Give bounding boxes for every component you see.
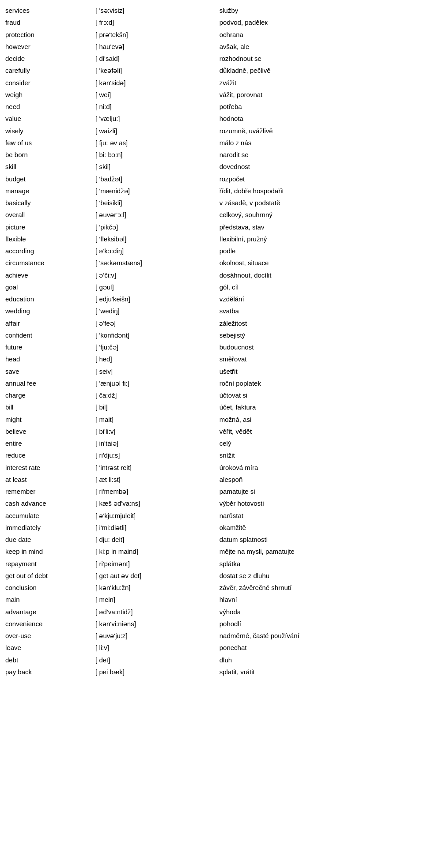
phonetic-cell: [ 'fleksibəl] bbox=[94, 233, 218, 245]
word-cell: keep in mind bbox=[4, 545, 94, 557]
translation-cell: rozumně, uvážlivě bbox=[218, 125, 420, 137]
table-row: services[ 'sə:visiz]služby bbox=[4, 4, 420, 16]
phonetic-cell: [ bi'li:v] bbox=[94, 425, 218, 437]
translation-cell: avšak, ale bbox=[218, 41, 420, 53]
table-row: wedding[ 'wediŋ]svatba bbox=[4, 305, 420, 317]
word-cell: consider bbox=[4, 77, 94, 89]
word-cell: confident bbox=[4, 329, 94, 341]
table-row: education[ edju'keišn]vzdělání bbox=[4, 293, 420, 305]
phonetic-cell: [ ə'či:v] bbox=[94, 269, 218, 281]
word-cell: bill bbox=[4, 401, 94, 413]
translation-cell: sebejistý bbox=[218, 329, 420, 341]
table-row: flexible[ 'fleksibəl]flexibilní, pružný bbox=[4, 233, 420, 245]
translation-cell: flexibilní, pružný bbox=[218, 233, 420, 245]
table-row: be born[ bi: bɔ:n]narodit se bbox=[4, 149, 420, 161]
phonetic-cell: [ di'said] bbox=[94, 53, 218, 64]
translation-cell: dovednost bbox=[218, 161, 420, 173]
phonetic-cell: [ ə'kju:mjuleit] bbox=[94, 510, 218, 522]
phonetic-cell: [ 'intrəst reit] bbox=[94, 462, 218, 473]
translation-cell: pamatujte si bbox=[218, 485, 420, 497]
word-cell: fraud bbox=[4, 16, 94, 28]
word-cell: accumulate bbox=[4, 510, 94, 522]
word-cell: skill bbox=[4, 161, 94, 173]
phonetic-cell: [ 'sə:kəmstæns] bbox=[94, 257, 218, 269]
table-row: bill[ bil]účet, faktura bbox=[4, 401, 420, 413]
word-cell: flexible bbox=[4, 233, 94, 245]
table-row: keep in mind[ ki:p in maind]mějte na mys… bbox=[4, 545, 420, 557]
table-row: main[ mein]hlavní bbox=[4, 594, 420, 605]
word-cell: entire bbox=[4, 437, 94, 449]
translation-cell: celkový, souhrnný bbox=[218, 209, 420, 221]
translation-cell: představa, stav bbox=[218, 221, 420, 233]
phonetic-cell: [ waizli] bbox=[94, 125, 218, 137]
word-cell: picture bbox=[4, 221, 94, 233]
translation-cell: služby bbox=[218, 4, 420, 16]
phonetic-cell: [ ri'peimənt] bbox=[94, 558, 218, 570]
translation-cell: výběr hotovosti bbox=[218, 497, 420, 509]
phonetic-cell: [ ri'membə] bbox=[94, 485, 218, 497]
translation-cell: mějte na mysli, pamatujte bbox=[218, 545, 420, 557]
table-row: decide[ di'said]rozhodnout se bbox=[4, 53, 420, 64]
translation-cell: rozhodnout se bbox=[218, 53, 420, 64]
phonetic-cell: [ ə'feə] bbox=[94, 317, 218, 329]
word-cell: basically bbox=[4, 197, 94, 209]
phonetic-cell: [ 'ænjuəl fi:] bbox=[94, 377, 218, 389]
translation-cell: směřovat bbox=[218, 353, 420, 365]
table-row: few of us[ fju: əv as]málo z nás bbox=[4, 137, 420, 149]
word-cell: advantage bbox=[4, 606, 94, 618]
table-row: immediately[ i'mi:diətli]okamžitě bbox=[4, 522, 420, 534]
translation-cell: potřeba bbox=[218, 101, 420, 113]
translation-cell: narodit se bbox=[218, 149, 420, 161]
phonetic-cell: [ ə'kɔ:diŋ] bbox=[94, 245, 218, 257]
table-row: overall[ əuvər'ɔ:l]celkový, souhrnný bbox=[4, 209, 420, 221]
table-row: due date[ dju: deit]datum splatnosti bbox=[4, 534, 420, 545]
table-row: repayment[ ri'peimənt]splátka bbox=[4, 558, 420, 570]
word-cell: be born bbox=[4, 149, 94, 161]
translation-cell: dosáhnout, docílit bbox=[218, 269, 420, 281]
table-row: reduce[ ri'dju:s]snížit bbox=[4, 449, 420, 461]
phonetic-cell: [ 'wediŋ] bbox=[94, 305, 218, 317]
table-row: future[ 'fju:čə]budoucnost bbox=[4, 341, 420, 353]
translation-cell: splátka bbox=[218, 558, 420, 570]
translation-cell: řídit, dobře hospodařit bbox=[218, 185, 420, 197]
table-row: value[ 'vælju:]hodnota bbox=[4, 113, 420, 124]
translation-cell: datum splatnosti bbox=[218, 534, 420, 545]
word-cell: protection bbox=[4, 29, 94, 41]
word-cell: due date bbox=[4, 534, 94, 545]
table-row: weigh[ wei]vážit, porovnat bbox=[4, 89, 420, 101]
translation-cell: roční poplatek bbox=[218, 377, 420, 389]
phonetic-cell: [ əuvə'ju:z] bbox=[94, 630, 218, 642]
table-row: protection[ prə'tekšn]ochrana bbox=[4, 29, 420, 41]
table-row: confident[ 'konfidənt]sebejistý bbox=[4, 329, 420, 341]
phonetic-cell: [ skil] bbox=[94, 161, 218, 173]
table-row: basically[ 'beisikli]v zásadě, v podstat… bbox=[4, 197, 420, 209]
table-row: budget[ 'badžət]rozpočet bbox=[4, 173, 420, 185]
phonetic-cell: [ 'mænidžə] bbox=[94, 185, 218, 197]
phonetic-cell: [ 'beisikli] bbox=[94, 197, 218, 209]
translation-cell: podvod, padělек bbox=[218, 16, 420, 28]
table-row: skill[ skil]dovednost bbox=[4, 161, 420, 173]
phonetic-cell: [ dju: deit] bbox=[94, 534, 218, 545]
translation-cell: pohodlí bbox=[218, 618, 420, 630]
word-cell: achieve bbox=[4, 269, 94, 281]
translation-cell: věřit, vědět bbox=[218, 425, 420, 437]
phonetic-cell: [ kən'sidə] bbox=[94, 77, 218, 89]
table-row: advantage[ əd'va:ntidž]výhoda bbox=[4, 606, 420, 618]
word-cell: budget bbox=[4, 173, 94, 185]
translation-cell: ušetřit bbox=[218, 365, 420, 377]
table-row: goal[ gəul]gól, cíl bbox=[4, 281, 420, 293]
translation-cell: hlavní bbox=[218, 594, 420, 605]
phonetic-cell: [ kən'vi:niəns] bbox=[94, 618, 218, 630]
table-row: picture[ 'pikčə]představa, stav bbox=[4, 221, 420, 233]
translation-cell: splatit, vrátit bbox=[218, 666, 420, 678]
phonetic-cell: [ ki:p in maind] bbox=[94, 545, 218, 557]
word-cell: carefully bbox=[4, 64, 94, 76]
table-row: entire[ in'taiə]celý bbox=[4, 437, 420, 449]
word-cell: head bbox=[4, 353, 94, 365]
translation-cell: možná, asi bbox=[218, 413, 420, 425]
table-row: achieve[ ə'či:v]dosáhnout, docílit bbox=[4, 269, 420, 281]
table-row: cash advance[ kæš əd'va:ns]výběr hotovos… bbox=[4, 497, 420, 509]
table-row: debt[ det]dluh bbox=[4, 654, 420, 666]
table-row: believe[ bi'li:v]věřit, vědět bbox=[4, 425, 420, 437]
word-cell: decide bbox=[4, 53, 94, 64]
